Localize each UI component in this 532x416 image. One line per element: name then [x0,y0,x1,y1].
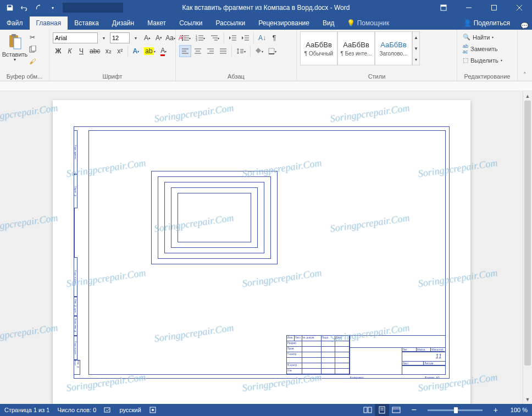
comments-pane-button[interactable]: 💬 [517,22,532,30]
style-normal[interactable]: АаБбВв ¶ Обычный [300,31,337,65]
svg-rect-11 [31,46,36,51]
styles-expand[interactable]: ▾ [413,54,419,65]
user-account-area[interactable] [63,3,123,13]
grow-font-button[interactable]: A▴ [142,32,153,44]
copy-button[interactable] [26,43,38,56]
collapse-ribbon-button[interactable]: ˄ [518,30,532,81]
text-effects-button[interactable]: A▾ [130,45,141,57]
status-language[interactable]: русский [119,407,141,413]
tell-me-label: Помощник [357,19,390,27]
select-button[interactable]: ⬚Выделить▾ [461,54,514,66]
zoom-slider-thumb[interactable] [454,407,458,413]
tab-design[interactable]: Дизайн [106,16,141,30]
change-case-button[interactable]: Aa▾ [165,32,176,44]
superscript-button[interactable]: x² [114,45,125,57]
bullets-button[interactable]: ▾ [179,32,193,44]
font-name-input[interactable] [53,32,98,43]
tab-insert[interactable]: Вставка [68,16,106,30]
status-word-count[interactable]: Число слов: 0 [57,407,96,413]
align-left-button[interactable] [179,45,191,57]
qat-customize-button[interactable]: ▾ [46,1,59,14]
zoom-level[interactable]: 100 % [506,407,528,413]
document-scroll[interactable]: Перв. примен. Справ. № Подп. и дата Инв.… [0,91,523,404]
multilevel-list-button[interactable]: ▾ [208,32,221,44]
tab-references[interactable]: Ссылки [173,16,209,30]
svg-point-0 [39,5,40,6]
style-no-spacing[interactable]: АаБбВв ¶ Без инте... [337,31,375,65]
tab-review[interactable]: Рецензирование [252,16,316,30]
group-clipboard-label: Буфер обм... [3,72,46,81]
tell-me-search[interactable]: 💡 Помощник [341,16,395,30]
document-page[interactable]: Перв. примен. Справ. № Подп. и дата Инв.… [53,100,470,404]
replace-icon: abac [463,43,468,54]
title-bar: ▾ Как вставить фрагмент из Компаса в Вор… [0,0,532,15]
font-color-button[interactable]: A▾ [158,45,169,57]
status-spellcheck[interactable] [104,406,112,414]
maximize-button[interactable] [481,0,507,15]
ribbon-display-options-button[interactable] [431,0,456,15]
font-size-input[interactable] [110,32,130,43]
scroll-up-button[interactable]: ▲ [523,91,532,101]
borders-button[interactable]: ▾ [266,45,279,57]
font-size-dropdown[interactable]: ▼ [130,32,141,44]
align-center-button[interactable] [192,45,204,57]
highlight-button[interactable]: ab▾ [142,45,157,57]
justify-button[interactable] [217,45,229,57]
status-page[interactable]: Страница 1 из 1 [4,407,49,413]
tab-mailings[interactable]: Рассылки [209,16,252,30]
close-button[interactable] [507,0,532,15]
redo-button[interactable] [32,1,45,14]
paste-button[interactable]: Вставить ▼ [3,31,26,68]
scroll-track[interactable] [523,101,532,395]
increase-indent-button[interactable] [239,32,251,44]
svg-rect-51 [104,408,110,412]
find-button[interactable]: 🔍Найти▾ [461,31,514,43]
line-spacing-button[interactable]: ▾ [234,45,248,57]
strikethrough-button[interactable]: abc [87,45,102,57]
kompas-drawing-object[interactable]: Перв. примен. Справ. № Подп. и дата Инв.… [74,126,450,379]
numbering-button[interactable]: 123▾ [193,32,207,44]
minimize-button[interactable] [456,0,481,15]
tab-layout[interactable]: Макет [141,16,173,30]
scroll-thumb[interactable] [524,101,531,365]
font-name-dropdown[interactable]: ▼ [98,32,109,44]
tab-file[interactable]: Файл [0,16,30,30]
format-painter-button[interactable]: 🖌 [26,56,38,68]
underline-button[interactable]: Ч [76,45,87,57]
group-editing-label: Редактирование [461,72,514,81]
save-button[interactable] [3,1,16,14]
styles-row-down[interactable]: ▼ [413,43,419,54]
sort-button[interactable]: A↓ [256,32,268,44]
shrink-font-button[interactable]: A▾ [153,32,164,44]
shading-button[interactable]: ▾ [253,45,265,57]
undo-button[interactable] [18,1,31,14]
cut-button[interactable]: ✂ [26,31,38,43]
zoom-in-button[interactable]: + [494,406,498,414]
status-macro[interactable] [149,406,157,414]
share-button[interactable]: 👤 Поделиться [457,16,517,30]
scroll-down-button[interactable]: ▼ [523,395,532,404]
replace-button[interactable]: abacЗаменить [461,43,514,54]
subscript-button[interactable]: x₂ [103,45,114,57]
styles-row-up[interactable]: ▲ [413,32,419,43]
zoom-slider[interactable] [428,409,483,411]
tab-view[interactable]: Вид [316,16,341,30]
show-marks-button[interactable]: ¶ [269,32,280,44]
tab-home[interactable]: Главная [30,16,68,30]
group-clipboard: Вставить ▼ ✂ 🖌 Буфер обм... [0,30,49,81]
zoom-out-button[interactable]: − [411,405,416,415]
view-read-mode[interactable] [361,404,375,416]
window-title: Как вставить фрагмент из Компаса в Ворд.… [182,4,350,12]
view-print-layout[interactable] [375,404,389,416]
view-web-layout[interactable] [389,404,403,416]
decrease-indent-button[interactable] [226,32,239,44]
view-buttons [361,404,403,416]
style-heading1[interactable]: АаБбВв Заголово... [375,31,412,65]
vertical-scrollbar[interactable]: ▲ ▼ [523,91,532,404]
horizontal-ruler[interactable] [0,81,532,91]
svg-point-16 [182,40,183,41]
italic-button[interactable]: К [64,45,75,57]
bold-button[interactable]: Ж [53,45,64,57]
group-styles-label: Стили [300,72,453,81]
align-right-button[interactable] [204,45,217,57]
